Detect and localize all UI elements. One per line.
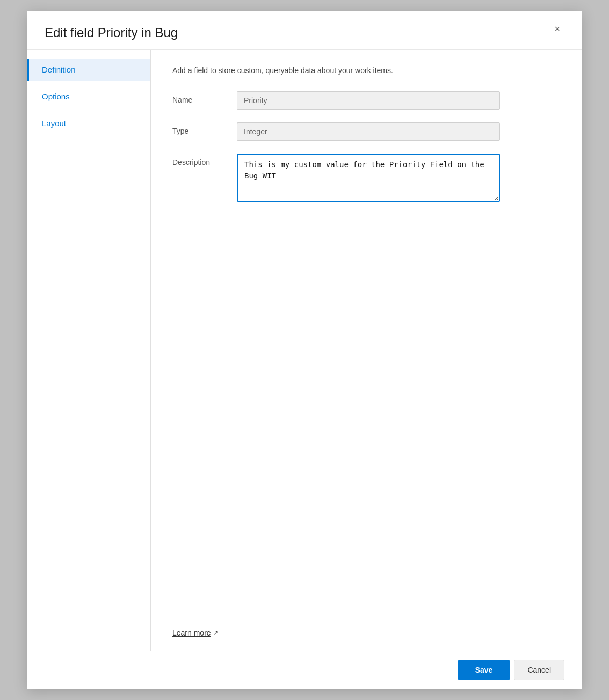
type-field-input[interactable] [237,122,500,141]
type-field-label: Type [172,122,237,135]
dialog-title: Edit field Priority in Bug [45,24,178,41]
dialog-footer: Save Cancel [27,651,582,689]
sidebar-divider-1 [27,83,150,83]
name-field-input[interactable] [237,91,500,110]
sidebar-item-layout[interactable]: Layout [27,112,150,134]
cancel-button[interactable]: Cancel [514,660,564,680]
dialog-body: Definition Options Layout Add a field to… [27,50,582,651]
save-button[interactable]: Save [458,660,510,680]
name-field-label: Name [172,91,237,104]
close-button[interactable]: × [550,22,564,36]
sidebar: Definition Options Layout [27,50,151,651]
learn-more-text: Learn more [172,629,211,637]
sidebar-divider-2 [27,110,150,110]
type-field-row: Type [172,122,560,141]
description-field-textarea[interactable]: This is my custom value for the Priority… [237,154,500,202]
external-link-icon: ↗ [213,629,219,637]
description-field-row: Description This is my custom value for … [172,154,560,202]
name-field-row: Name [172,91,560,110]
content-description: Add a field to store custom, queryable d… [172,65,560,76]
content-area: Add a field to store custom, queryable d… [151,50,582,651]
sidebar-item-definition[interactable]: Definition [27,59,150,81]
edit-field-dialog: Edit field Priority in Bug × Definition … [27,11,582,689]
dialog-header: Edit field Priority in Bug × [27,11,582,50]
learn-more-section: Learn more ↗ [172,607,560,638]
sidebar-item-options[interactable]: Options [27,85,150,107]
description-field-label: Description [172,154,237,167]
learn-more-link[interactable]: Learn more ↗ [172,629,219,637]
